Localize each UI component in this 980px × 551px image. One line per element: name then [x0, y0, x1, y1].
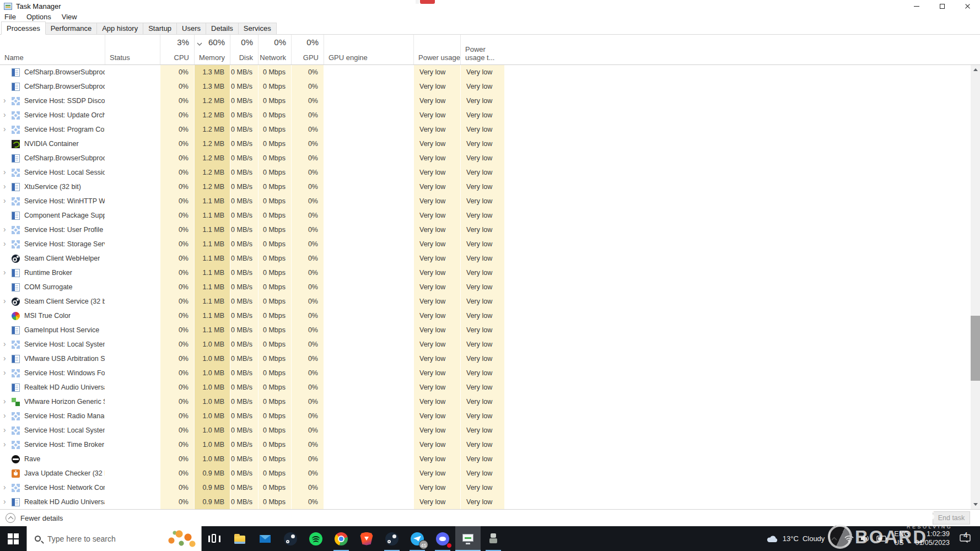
expand-chevron-icon[interactable]: ›: [3, 368, 12, 377]
start-button[interactable]: [0, 526, 26, 551]
taskbar-app-button[interactable]: [455, 526, 481, 551]
taskbar-app-button[interactable]: [227, 526, 252, 551]
expand-chevron-icon[interactable]: ›: [3, 225, 12, 234]
table-row[interactable]: › Service Host: Local System 0% 1.0 MB 0…: [0, 423, 970, 437]
taskbar-app-button[interactable]: [430, 526, 455, 551]
expand-chevron-icon[interactable]: ›: [3, 354, 12, 363]
table-row[interactable]: › Service Host: Storage Service 0% 1.1 M…: [0, 237, 970, 251]
scrollbar-thumb[interactable]: [971, 316, 980, 381]
table-row[interactable]: › MSI True Color 0% 1.1 MB 0 MB/s 0 Mbps…: [0, 309, 970, 323]
table-row[interactable]: › Service Host: WinHTTP Web Pro... 0% 1.…: [0, 194, 970, 208]
expand-chevron-icon[interactable]: ›: [3, 96, 12, 105]
close-button[interactable]: [955, 0, 980, 12]
expand-chevron-icon[interactable]: ›: [3, 339, 12, 348]
expand-chevron-icon[interactable]: ›: [3, 296, 12, 305]
minimize-button[interactable]: [904, 0, 929, 12]
table-row[interactable]: › GameInput Host Service 0% 1.1 MB 0 MB/…: [0, 323, 970, 337]
column-header-power-usage[interactable]: Power usage: [413, 35, 460, 64]
table-row[interactable]: › Rave 0% 1.0 MB 0 MB/s 0 Mbps 0% Very l…: [0, 452, 970, 466]
table-row[interactable]: › CefSharp.BrowserSubprocess (3... 0% 1.…: [0, 151, 970, 165]
table-row[interactable]: › Java Update Checker (32 bit) 0% 0.9 MB…: [0, 466, 970, 480]
table-row[interactable]: › Service Host: SSDP Discovery 0% 1.2 MB…: [0, 94, 970, 108]
expand-chevron-icon[interactable]: ›: [3, 440, 12, 449]
table-row[interactable]: › Service Host: Time Broker 0% 1.0 MB 0 …: [0, 437, 970, 452]
expand-chevron-icon[interactable]: ›: [3, 125, 12, 133]
menu-item[interactable]: File: [4, 13, 16, 21]
table-row[interactable]: › Service Host: Update Orchestrat... 0% …: [0, 108, 970, 122]
fewer-details-button[interactable]: Fewer details: [6, 513, 63, 523]
column-header-memory[interactable]: 60% Memory: [194, 35, 230, 64]
table-row[interactable]: › XtuService (32 bit) 0% 1.2 MB 0 MB/s 0…: [0, 180, 970, 194]
end-task-button[interactable]: End task: [933, 511, 970, 525]
taskbar-app-button[interactable]: [481, 526, 506, 551]
table-row[interactable]: › Service Host: Local Session Man... 0% …: [0, 165, 970, 180]
column-header-power-usage-trend[interactable]: Power usage t...: [460, 35, 504, 64]
tab[interactable]: App history: [96, 23, 143, 34]
tab[interactable]: Processes: [1, 21, 46, 35]
expand-chevron-icon[interactable]: ›: [3, 168, 12, 176]
search-input[interactable]: Type here to search: [26, 526, 202, 551]
expand-chevron-icon[interactable]: ›: [3, 411, 12, 420]
taskbar-app-button[interactable]: [329, 526, 354, 551]
table-row[interactable]: › Steam Client WebHelper 0% 1.1 MB 0 MB/…: [0, 251, 970, 266]
table-row[interactable]: › CefSharp.BrowserSubprocess (3... 0% 1.…: [0, 65, 970, 79]
chevron-up-icon[interactable]: [831, 536, 838, 541]
table-row[interactable]: › Service Host: Local System 0% 1.0 MB 0…: [0, 337, 970, 352]
scroll-up-arrow[interactable]: [971, 65, 980, 74]
taskbar-app-button[interactable]: 45: [405, 526, 430, 551]
table-row[interactable]: › Steam Client Service (32 bit) 0% 1.1 M…: [0, 294, 970, 309]
table-row[interactable]: › Realtek HD Audio Universal Serv... 0% …: [0, 495, 970, 509]
expand-chevron-icon[interactable]: ›: [3, 239, 12, 248]
column-header-name[interactable]: Name: [0, 35, 105, 64]
expand-chevron-icon[interactable]: ›: [3, 182, 12, 191]
table-row[interactable]: › Service Host: Network Connecti... 0% 0…: [0, 480, 970, 495]
table-row[interactable]: › Runtime Broker 0% 1.1 MB 0 MB/s 0 Mbps…: [0, 266, 970, 280]
expand-chevron-icon[interactable]: ›: [3, 268, 12, 277]
column-header-status[interactable]: Status: [105, 35, 160, 64]
column-header-gpu[interactable]: 0% GPU: [291, 35, 324, 64]
table-row[interactable]: › NVIDIA Container 0% 1.2 MB 0 MB/s 0 Mb…: [0, 137, 970, 151]
expand-chevron-icon[interactable]: ›: [3, 483, 12, 491]
maximize-button[interactable]: [929, 0, 955, 12]
table-row[interactable]: › CefSharp.BrowserSubprocess (3... 0% 1.…: [0, 79, 970, 94]
clock[interactable]: 1:02:39 01/05/2023: [915, 530, 950, 547]
expand-chevron-icon[interactable]: ›: [3, 425, 12, 434]
table-row[interactable]: › Realtek HD Audio Universal Serv... 0% …: [0, 380, 970, 395]
language-indicator[interactable]: ENG US: [894, 530, 909, 547]
table-row[interactable]: › COM Surrogate 0% 1.1 MB 0 MB/s 0 Mbps …: [0, 280, 970, 294]
taskbar-app-button[interactable]: [379, 526, 405, 551]
column-header-network[interactable]: 0% Network: [258, 35, 291, 64]
taskbar-app-button[interactable]: [252, 526, 278, 551]
table-row[interactable]: › Service Host: Windows Font Ca... 0% 1.…: [0, 366, 970, 380]
table-row[interactable]: › Service Host: Radio Manageme... 0% 1.0…: [0, 409, 970, 423]
taskbar-app-button[interactable]: [303, 526, 329, 551]
taskbar-app-button[interactable]: [354, 526, 379, 551]
tab[interactable]: Details: [206, 23, 239, 34]
vertical-scrollbar[interactable]: [971, 65, 980, 509]
column-header-gpu-engine[interactable]: GPU engine: [324, 35, 413, 64]
wifi-icon[interactable]: [844, 534, 854, 543]
expand-chevron-icon[interactable]: ›: [3, 110, 12, 119]
tab[interactable]: Startup: [143, 23, 177, 34]
taskbar-app-button[interactable]: [278, 526, 303, 551]
expand-chevron-icon[interactable]: ›: [3, 196, 12, 205]
action-center-button[interactable]: [956, 534, 974, 543]
volume-icon[interactable]: [860, 534, 870, 543]
expand-chevron-icon[interactable]: ›: [3, 497, 12, 506]
menu-item[interactable]: View: [62, 13, 77, 21]
table-row[interactable]: › VMware USB Arbitration Service 0% 1.0 …: [0, 352, 970, 366]
menu-item[interactable]: Options: [26, 13, 51, 21]
battery-icon[interactable]: [876, 535, 888, 542]
table-row[interactable]: › Service Host: User Profile Service 0% …: [0, 223, 970, 237]
table-row[interactable]: › Service Host: Program Compati... 0% 1.…: [0, 122, 970, 137]
weather-widget[interactable]: 13°C Cloudy: [766, 534, 825, 543]
tab[interactable]: Users: [176, 23, 206, 34]
table-row[interactable]: › VMware Horizon Generic Servic... 0% 1.…: [0, 395, 970, 409]
column-header-cpu[interactable]: 3% CPU: [160, 35, 194, 64]
scroll-down-arrow[interactable]: [971, 500, 980, 509]
expand-chevron-icon[interactable]: ›: [3, 397, 12, 406]
tab[interactable]: Performance: [45, 23, 97, 34]
tab[interactable]: Services: [238, 23, 277, 34]
column-header-disk[interactable]: 0% Disk: [230, 35, 258, 64]
table-row[interactable]: › Component Package Support S... 0% 1.1 …: [0, 208, 970, 223]
